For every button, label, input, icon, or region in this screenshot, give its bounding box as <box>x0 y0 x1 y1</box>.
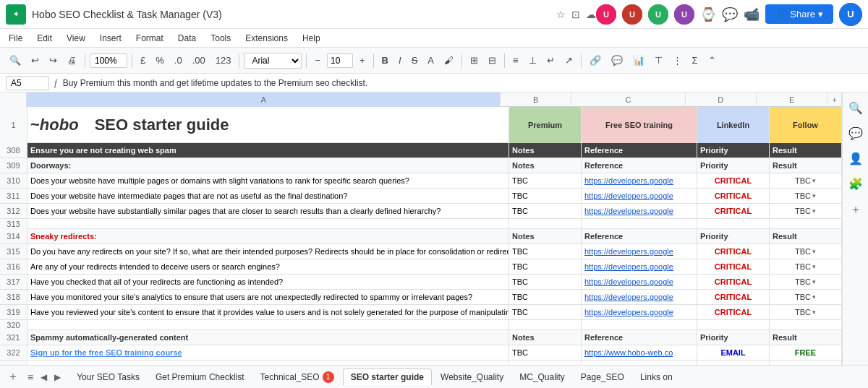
tab-your-seo-tasks[interactable]: Your SEO Tasks <box>69 369 147 385</box>
highlight-button[interactable]: 🖌 <box>441 53 457 68</box>
cell-311-b[interactable]: TBC <box>509 189 582 203</box>
user-avatar[interactable]: U <box>839 3 862 26</box>
cell-319-e[interactable]: TBC▾ <box>770 305 842 319</box>
cell-312-a[interactable]: Does your website have substantially sim… <box>27 204 509 218</box>
star-icon[interactable]: ☆ <box>556 9 566 20</box>
move-icon[interactable]: ⊡ <box>571 9 580 20</box>
menu-format[interactable]: Format <box>133 32 166 45</box>
avatar-4[interactable]: U <box>674 4 694 25</box>
cloud-icon[interactable]: ☁ <box>586 9 596 20</box>
rotate-button[interactable]: ↗ <box>561 53 576 68</box>
tab-website-quality[interactable]: Website_Quality <box>433 369 511 385</box>
col-expander[interactable]: + <box>827 92 842 107</box>
cell-317-c[interactable]: https://developers.google <box>582 275 697 289</box>
cell-316-a[interactable]: Are any of your redirects intended to de… <box>27 259 509 274</box>
cell-310-d[interactable]: CRITICAL <box>697 173 770 188</box>
seo-training-link[interactable]: Sign up for the free SEO training course <box>30 348 182 357</box>
menu-data[interactable]: Data <box>175 32 199 45</box>
search-button[interactable]: 🔍 <box>6 53 25 68</box>
font-size-increase[interactable]: + <box>356 53 369 68</box>
cell-322-e[interactable]: FREE <box>770 345 842 360</box>
cell-318-c[interactable]: https://developers.google <box>582 290 697 304</box>
free-seo-button[interactable]: Free SEO training <box>582 107 697 143</box>
cell-312-e[interactable]: TBC▾ <box>770 204 842 218</box>
avatar-2[interactable]: U <box>622 4 642 25</box>
cell-311-d[interactable]: CRITICAL <box>697 189 770 203</box>
history-icon[interactable]: ⌚ <box>700 7 716 22</box>
font-size-decrease[interactable]: − <box>311 53 324 68</box>
valign-button[interactable]: ⊥ <box>525 53 540 68</box>
undo-button[interactable]: ↩ <box>27 53 43 68</box>
cell-315-c[interactable]: https://developers.google <box>582 244 697 259</box>
text-color-button[interactable]: A <box>424 53 438 68</box>
zoom-input[interactable] <box>90 53 127 68</box>
cell-316-e[interactable]: TBC▾ <box>770 259 842 274</box>
menu-edit[interactable]: Edit <box>34 32 55 45</box>
align-button[interactable]: ≡ <box>509 53 522 68</box>
cell-310-e[interactable]: TBC▾ <box>770 173 842 188</box>
font-size-input[interactable] <box>327 53 353 68</box>
tab-premium-checklist[interactable]: Get Premium Checklist <box>148 369 252 385</box>
function-button[interactable]: Σ <box>689 53 702 68</box>
cell-317-e[interactable]: TBC▾ <box>770 275 842 289</box>
follow-button[interactable]: Follow <box>770 107 841 143</box>
cell-316-d[interactable]: CRITICAL <box>697 259 770 274</box>
strikethrough-button[interactable]: S <box>408 53 422 68</box>
cell-315-a[interactable]: Do you have any redirects on your site? … <box>27 244 509 259</box>
cell-ref-input[interactable] <box>6 76 49 90</box>
cell-322-d[interactable]: EMAIL <box>697 345 770 360</box>
premium-button[interactable]: Premium <box>509 107 581 143</box>
cell-317-b[interactable]: TBC <box>509 275 582 289</box>
cell-320-a[interactable] <box>27 320 509 330</box>
expand-button[interactable]: ⌃ <box>705 53 720 68</box>
tab-links-on[interactable]: Links on <box>633 369 680 385</box>
cell-310-a[interactable]: Does your website have multiple pages or… <box>27 173 509 188</box>
puzzle-icon[interactable]: 🧩 <box>846 174 866 194</box>
redo-button[interactable]: ↪ <box>46 53 61 68</box>
cell-316-b[interactable]: TBC <box>509 259 582 274</box>
col-header-e[interactable]: E <box>757 92 827 107</box>
cell-316-c[interactable]: https://developers.google <box>582 259 697 274</box>
plus-icon[interactable]: ＋ <box>847 199 864 220</box>
cell-321-a[interactable]: Spammy automatically-generated content <box>27 330 509 345</box>
tab-next-button[interactable]: ▶ <box>51 371 64 384</box>
cell-318-e[interactable]: TBC▾ <box>770 290 842 304</box>
chart-button[interactable]: 📊 <box>629 53 648 68</box>
wrap-button[interactable]: ↵ <box>543 53 558 68</box>
cell-319-b[interactable]: TBC <box>509 305 582 319</box>
col-header-d[interactable]: D <box>686 92 757 107</box>
comment-button[interactable]: 💬 <box>608 53 626 68</box>
borders-button[interactable]: ⊞ <box>467 53 482 68</box>
col-header-b[interactable]: B <box>501 92 571 107</box>
more-formats-button[interactable]: 123 <box>212 53 235 68</box>
more-button[interactable]: ⋮ <box>669 53 686 68</box>
print-button[interactable]: 🖨 <box>64 53 80 68</box>
col-header-a[interactable]: A <box>27 92 501 107</box>
sheet-menu-button[interactable]: ≡ <box>25 371 36 383</box>
cell-317-d[interactable]: CRITICAL <box>697 275 770 289</box>
comment-icon[interactable]: 💬 <box>722 7 738 22</box>
cell-315-d[interactable]: CRITICAL <box>697 244 770 259</box>
tab-mc-quality[interactable]: MC_Quality <box>512 369 572 385</box>
menu-help[interactable]: Help <box>299 32 323 45</box>
present-icon[interactable]: 📹 <box>744 7 760 22</box>
avatar-1[interactable]: U <box>596 4 616 25</box>
merge-button[interactable]: ⊟ <box>485 53 500 68</box>
menu-tools[interactable]: Tools <box>208 32 234 45</box>
cell-318-b[interactable]: TBC <box>509 290 582 304</box>
tab-technical-seo[interactable]: Technical_SEO 1 <box>253 368 341 386</box>
chat-icon[interactable]: 💬 <box>846 124 866 143</box>
cell-315-b[interactable]: TBC <box>509 244 582 259</box>
font-select[interactable]: Arial <box>244 53 302 69</box>
avatar-3[interactable]: U <box>648 4 668 25</box>
person-icon[interactable]: 👤 <box>846 149 866 168</box>
percent-button[interactable]: % <box>152 53 168 68</box>
currency-button[interactable]: £ <box>137 53 149 68</box>
cell-318-d[interactable]: CRITICAL <box>697 290 770 304</box>
explore-icon[interactable]: 🔍 <box>846 98 866 118</box>
cell-319-a[interactable]: Have you reviewed your site's content to… <box>27 305 509 319</box>
cell-319-d[interactable]: CRITICAL <box>697 305 770 319</box>
share-button[interactable]: 👤 Share ▾ <box>765 4 833 24</box>
cell-311-c[interactable]: https://developers.google <box>582 189 697 203</box>
bold-button[interactable]: B <box>378 53 392 68</box>
